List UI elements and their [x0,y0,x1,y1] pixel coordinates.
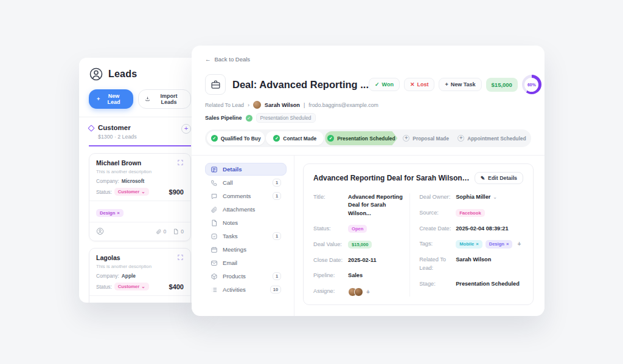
tags-label: Tags: [419,240,456,249]
related-lead-email: frodo.baggins@example.com [308,102,378,108]
import-leads-button[interactable]: Import Leads [138,89,191,109]
create-date-value: 2025-02-04 08:39:21 [456,225,508,233]
add-lead-to-group-button[interactable]: + [181,124,191,134]
add-assignee-button[interactable]: + [366,289,370,295]
tab-activities[interactable]: Activities 10 [205,283,287,296]
check-icon: ✓ [327,135,334,142]
tab-notes[interactable]: Notes [205,216,287,229]
lost-button[interactable]: ✕ Lost [404,78,435,91]
new-task-button[interactable]: + New Task [439,78,481,91]
edit-details-button[interactable]: ✎ Edit Details [475,172,523,184]
expand-icon[interactable] [177,254,184,261]
deal-tab-menu: Details Call 1 Comments 1 Attachments No… [192,156,294,316]
assignee-label: Assigne: [313,287,348,296]
back-to-deals-link[interactable]: ← Back to Deals [192,46,545,69]
deal-owner-value[interactable]: Sophia Miller⌄ [456,193,497,201]
related-lead-name[interactable]: Sarah Wilson [265,102,300,108]
tab-email[interactable]: Email [205,256,287,269]
tab-comments[interactable]: Comments 1 [205,190,287,202]
plus-circle-icon: + [403,135,409,142]
status-badge[interactable]: Customer ⌄ [114,283,149,290]
status-badge[interactable]: Open [348,225,367,233]
title-value: Advanced Reporting Deal for Sarah Wilson… [348,193,409,218]
sales-pipeline-label: Sales Pipeline [205,115,242,121]
remove-tag-icon[interactable]: × [506,241,509,247]
current-stage-tag: Presentation Sheduled [256,113,316,123]
tag-badge[interactable]: Mobile × [456,240,482,248]
divider [79,117,201,117]
chevron-down-icon: ⌄ [493,194,497,200]
lead-card[interactable]: Michael Brown This is another descriptio… [89,153,191,241]
calendar-icon [211,246,218,253]
avatar [253,101,261,109]
expand-icon[interactable] [177,159,184,166]
assignee-icon[interactable] [96,227,104,235]
check-icon: ✓ [273,135,280,142]
group-header-customer: Customer $1300 · 2 Leads + [89,124,191,146]
status-label: Status: [313,225,348,233]
download-icon [145,96,150,102]
avatar [354,287,363,297]
phone-icon [211,179,218,187]
divider [89,295,190,296]
plus-circle-icon: + [458,135,464,142]
stage-presentation-scheduled[interactable]: ✓ Presentation Scheduled [325,131,397,145]
company-label: Company: [96,273,119,279]
close-date-value: 2025-02-11 [348,256,377,264]
chevron-down-icon: ⌄ [141,284,145,289]
tag-badge[interactable]: Design × [486,240,513,248]
tab-meetings[interactable]: Meetings [205,243,287,256]
new-lead-button[interactable]: + New Lead [89,89,133,109]
tab-call[interactable]: Call 1 [205,176,287,189]
won-button[interactable]: ✓ Won [369,78,400,91]
details-left-column: Title: Advanced Reporting Deal for Sarah… [313,193,409,297]
deal-title: Deal: Advanced Reporting ... [232,79,369,91]
remove-tag-icon[interactable]: × [117,210,119,216]
stage-appointment-scheduled[interactable]: + Appointment Scheduled [454,131,529,145]
stage-qualified-to-buy[interactable]: ✓ Qualified To Buy [207,131,265,145]
chevron-right-icon: › [248,102,249,108]
stage-proposal-made[interactable]: + Proposal Made [399,131,453,145]
edit-icon: ✎ [481,175,485,181]
tag-badge[interactable]: Design × [96,209,124,217]
leads-panel: Leads + New Lead Import Leads Customer $… [79,58,201,303]
paperclip-icon [211,206,218,213]
cross-icon: ✕ [410,81,415,88]
status-badge[interactable]: Customer ⌄ [114,188,149,196]
list-icon [211,286,218,294]
lead-description: This is another description [96,169,184,174]
chevron-down-icon: ⌄ [141,189,145,194]
pipeline-stage-bar: ✓ Qualified To Buy ✓ Contact Made ✓ Pres… [205,129,531,147]
check-icon: ✓ [246,115,252,122]
count-badge: 10 [270,286,281,294]
tab-details[interactable]: Details [205,163,287,176]
company-value: Apple [122,273,136,279]
deal-owner-label: Deal Owner: [419,193,456,202]
remove-tag-icon[interactable]: × [476,241,478,247]
lead-name: Michael Brown [96,159,141,167]
note-icon [211,219,218,227]
lead-card[interactable]: Lagolas This is another description Comp… [89,248,191,303]
comment-icon [211,193,218,200]
details-heading: Advanced Reporting Deal for Sarah Wilson… [313,174,470,182]
leads-header: Leads [89,67,191,81]
stage-label: Stage: [419,280,456,289]
add-tag-button[interactable]: + [517,241,521,247]
stage-contact-made[interactable]: ✓ Contact Made [266,131,324,145]
group-name: Customer [98,124,137,131]
tab-attachments[interactable]: Attachments [205,203,287,216]
stage-value: Presentation Scheduled [456,280,520,288]
related-to-lead-label: Related To Lead: [419,256,456,273]
deal-value-badge: $15,000 [348,241,372,249]
count-badge: 1 [273,272,281,280]
deal-value-badge: $15,000 [486,78,518,92]
details-card: Advanced Reporting Deal for Sarah Wilson… [303,163,534,305]
deal-detail-panel: ← Back to Deals Deal: Advanced Reporting… [192,46,545,316]
company-value: Microsoft [122,178,144,184]
envelope-icon [211,259,218,267]
tab-tasks[interactable]: Tasks 1 [205,230,287,242]
tab-products[interactable]: Products 1 [205,270,287,283]
back-arrow-icon: ← [205,56,211,63]
leads-title: Leads [108,69,137,80]
related-to-lead-value: Sarah Wilson [456,256,491,264]
